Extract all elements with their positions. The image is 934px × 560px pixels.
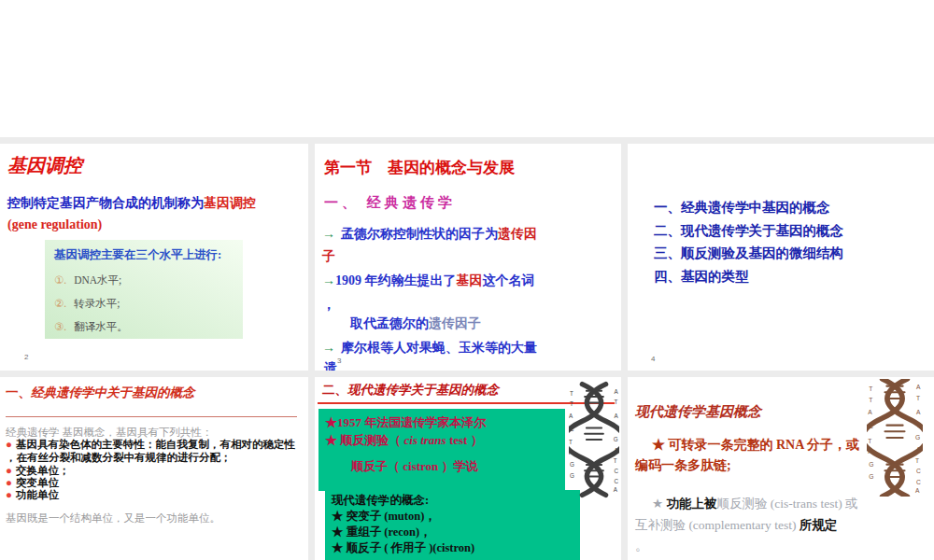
- slide-thumbnail-4[interactable]: 一、经典遗传学中基因的概念 二、现代遗传学关于基因的概念 三、顺反测验及基因的微…: [628, 144, 934, 371]
- replace-text: 取代孟德尔的遗传因子: [350, 315, 481, 332]
- bullet-mendel: →孟德尔称控制性状的因子为遗传因: [322, 226, 537, 243]
- definition-text: 控制特定基因产物合成的机制称为: [7, 196, 204, 210]
- slide4-outline-list: 一、经典遗传学中基因的概念 二、现代遗传学关于基因的概念 三、顺反测验及基因的微…: [654, 196, 843, 287]
- slide6-title: 二、现代遗传学关于基因的概念: [322, 382, 499, 399]
- slide-thumbnail-6[interactable]: 二、现代遗传学关于基因的概念 ★1957 年法国遗传学家本泽尔 ★ 顺反测验（ …: [315, 377, 621, 560]
- property-bullet-3: ●突变单位: [6, 477, 59, 490]
- svg-text:C: C: [916, 479, 921, 485]
- slide5-title: 一、经典遗传学中关于基因的概念: [6, 385, 195, 401]
- morgan-text: 摩尔根等人对果蝇、玉米等的大量: [341, 341, 537, 355]
- property-bullet-2: ●交换单位；: [6, 465, 69, 478]
- slide-sorter-view: 基因调控 控制特定基因产物合成的机制称为基因调控 (gene regulatio…: [0, 0, 934, 560]
- transcription-line-1: ★ 可转录一条完整的 RNA 分子，或: [652, 437, 859, 454]
- property-line-2: ，在有丝分裂和减数分裂中有规律的进行分配；: [6, 452, 304, 465]
- bullet-dot-icon: ●: [6, 477, 12, 488]
- bullet-dot-icon: ●: [6, 489, 12, 500]
- slide-thumbnail-5[interactable]: 一、经典遗传学中关于基因的概念 经典遗传学 基因概念，基因具有下列共性： ●基因…: [0, 377, 308, 560]
- title-text: 经典遗传学中关于基因的概念: [31, 385, 195, 399]
- function-gray-2: 互补测验 (complementary test): [635, 518, 800, 532]
- gene-term: 基因: [457, 273, 483, 287]
- concept-cistron: ★ 顺反子 ( 作用子 )(cistron): [332, 540, 573, 556]
- wrap-char-2: 遗: [324, 360, 337, 371]
- function-black-1: 功能上被: [666, 497, 716, 511]
- svg-text:T: T: [915, 457, 919, 464]
- svg-text:T: T: [570, 390, 573, 397]
- svg-text:G: G: [915, 434, 920, 441]
- dna-helix-icon: TTAC TAGG ATAT GATC CA: [867, 379, 923, 497]
- property-text: 突变单位: [16, 477, 59, 488]
- outline-item-1: 一、经典遗传学中基因的概念: [654, 196, 843, 219]
- svg-text:G: G: [869, 473, 873, 480]
- svg-text:C: C: [615, 478, 619, 484]
- definition-english: (gene regulation): [7, 214, 297, 235]
- row-gap-top: [0, 137, 934, 144]
- svg-text:G: G: [570, 472, 574, 479]
- bullet-morgan: →摩尔根等人对果蝇、玉米等的大量: [322, 340, 537, 357]
- slide-thumbnail-2[interactable]: 基因调控 控制特定基因产物合成的机制称为基因调控 (gene regulatio…: [0, 144, 308, 371]
- concept-recon: ★ 重组子 (recon)，: [332, 525, 573, 540]
- svg-text:A: A: [615, 413, 619, 419]
- svg-text:T: T: [869, 385, 872, 392]
- column-gap-1: [308, 137, 315, 560]
- svg-text:A: A: [868, 448, 872, 455]
- circled-number-1: ①.: [54, 274, 66, 286]
- definition-term: 基因调控: [204, 196, 256, 210]
- svg-text:A: A: [615, 388, 619, 395]
- modern-concepts-panel: 现代遗传学的概念: ★ 突变子 (muton)， ★ 重组子 (recon)， …: [325, 490, 580, 560]
- slide3-subtitle: 一、 经典遗传学: [324, 194, 456, 212]
- wrap-char: 子: [322, 248, 335, 265]
- svg-text:T: T: [570, 400, 573, 407]
- slide2-title: 基因调控: [7, 153, 82, 178]
- mendel-text: 孟德尔称控制性状的因子为: [341, 227, 498, 241]
- slide3-title: 第一节 基因的概念与发展: [324, 157, 515, 178]
- property-bullet-1: ●基因具有染色体的主要特性：能自我复制，有相对的稳定性 ，在有丝分裂和减数分裂中…: [6, 439, 304, 464]
- svg-text:C: C: [570, 426, 574, 432]
- slide2-page-number: 2: [24, 353, 28, 361]
- slide5-footer: 基因既是一个结构单位，又是一个功能单位。: [6, 511, 220, 525]
- property-bullet-4: ●功能单位: [6, 489, 59, 502]
- star-icon: ★: [652, 497, 666, 511]
- svg-text:T: T: [916, 422, 920, 428]
- cis-trans-pre: ★ 顺反测验（: [325, 433, 404, 447]
- svg-text:T: T: [916, 395, 920, 401]
- concept-muton: ★ 突变子 (muton)，: [332, 509, 573, 525]
- outline-item-3: 三、顺反测验及基因的微细结构: [654, 242, 843, 265]
- bullet-johannsen: →1909 年约翰生提出了基因这个名词: [322, 273, 535, 289]
- title-number: 一、: [6, 385, 31, 399]
- svg-text:C: C: [869, 423, 873, 429]
- panel-heading: 基因调控主要在三个水平上进行:: [54, 247, 234, 263]
- level-item-translation: ③.翻译水平。: [54, 320, 234, 334]
- svg-text:A: A: [868, 409, 872, 415]
- arrow-icon: →: [322, 341, 335, 355]
- svg-text:T: T: [868, 438, 871, 444]
- property-text: 功能单位: [16, 489, 59, 500]
- benzer-line-2: ★ 顺反测验（ cis trans test ）: [325, 431, 559, 449]
- circled-number-3: ③.: [54, 321, 66, 332]
- benzer-panel: ★1957 年法国遗传学家本泽尔 ★ 顺反测验（ cis trans test …: [318, 409, 565, 491]
- arrow-icon: →: [322, 227, 335, 241]
- row-gap-middle: [0, 371, 934, 377]
- svg-text:A: A: [916, 384, 921, 390]
- circled-number-2: ②.: [54, 298, 66, 309]
- property-line-1: ●基因具有染色体的主要特性：能自我复制，有相对的稳定性: [6, 439, 304, 452]
- level-item-dna: ①.DNA水平;: [54, 273, 234, 287]
- svg-text:A: A: [614, 486, 618, 493]
- function-line-3: 。: [635, 538, 648, 554]
- slide-thumbnail-7[interactable]: TTAC TAGG ATAT GATC CA 现代遗传学基因概念 ★ 可转录一条…: [628, 377, 934, 560]
- cistron-theory-line: 顺反子（ cistron ）学说: [325, 449, 559, 475]
- outline-item-4: 四、基因的类型: [654, 265, 843, 288]
- hereditary-factor-term: 遗传因: [498, 227, 537, 241]
- slide5-intro: 经典遗传学 基因概念，基因具有下列共性：: [6, 426, 212, 440]
- column-gap-2: [621, 137, 628, 560]
- slide-thumbnail-3[interactable]: 第一节 基因的概念与发展 一、 经典遗传学 →孟德尔称控制性状的因子为遗传因 子…: [315, 144, 621, 371]
- function-gray-1: 顺反测验 (cis-trans test) 或: [716, 497, 857, 511]
- bullet-dot-icon: ●: [6, 439, 12, 450]
- level-label: 翻译水平。: [74, 321, 128, 332]
- slide4-page-number: 4: [651, 355, 655, 363]
- svg-text:T: T: [869, 397, 872, 403]
- slide2-definition: 控制特定基因产物合成的机制称为基因调控 (gene regulation): [7, 192, 297, 235]
- title-number: 二、: [322, 383, 347, 397]
- function-black-2: 所规定: [800, 518, 838, 532]
- johannsen-text-end: 这个名词: [483, 273, 535, 287]
- title-text: 现代遗传学关于基因的概念: [347, 383, 499, 397]
